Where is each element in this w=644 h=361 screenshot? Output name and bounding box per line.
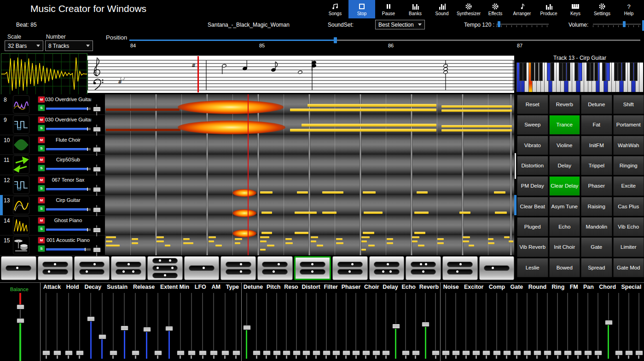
- track-volume-handle[interactable]: [87, 107, 88, 110]
- mixer-fader[interactable]: [311, 292, 321, 361]
- track-volume-slider[interactable]: [46, 128, 91, 130]
- fader-knob[interactable]: [76, 350, 84, 355]
- black-key[interactable]: [594, 63, 598, 81]
- solo-button[interactable]: S: [38, 185, 45, 192]
- preset-button-1[interactable]: [1, 256, 36, 280]
- track-instrument-icon[interactable]: [13, 196, 29, 214]
- midi-note[interactable]: [235, 242, 240, 244]
- fader-knob[interactable]: [87, 316, 95, 321]
- mixer-fader[interactable]: [152, 292, 163, 361]
- midi-note[interactable]: [260, 249, 266, 251]
- midi-note[interactable]: [261, 232, 272, 234]
- midi-note[interactable]: [488, 238, 493, 240]
- fader-knob[interactable]: [99, 334, 106, 339]
- midi-note[interactable]: [260, 191, 273, 194]
- mixer-fader[interactable]: [130, 292, 141, 361]
- track-instrument-icon[interactable]: [13, 236, 29, 254]
- effect-button-vib-echo[interactable]: Vib Echo: [613, 217, 644, 236]
- fader-knob[interactable]: [323, 350, 331, 355]
- midi-note[interactable]: [509, 241, 513, 242]
- track-mini-fader[interactable]: [93, 125, 100, 136]
- black-key[interactable]: [602, 63, 606, 81]
- effect-button-phaser[interactable]: Phaser: [581, 176, 612, 195]
- midi-note[interactable]: [297, 191, 308, 194]
- fader-knob[interactable]: [584, 350, 592, 355]
- mute-button[interactable]: M: [38, 116, 45, 123]
- mixer-fader[interactable]: [542, 292, 552, 361]
- black-key[interactable]: [590, 63, 594, 81]
- mixer-fader[interactable]: [361, 292, 371, 361]
- midi-note[interactable]: [469, 245, 474, 246]
- midi-note[interactable]: [361, 249, 366, 251]
- midi-note[interactable]: [463, 236, 470, 238]
- fader-knob[interactable]: [17, 304, 24, 309]
- fader-knob[interactable]: [221, 350, 229, 355]
- black-key[interactable]: [551, 63, 554, 81]
- midi-note[interactable]: [336, 242, 343, 244]
- mixer-fader[interactable]: [231, 292, 242, 361]
- midi-note[interactable]: [368, 245, 375, 246]
- mixer-fader[interactable]: [261, 292, 272, 361]
- preset-button-14[interactable]: [479, 256, 515, 280]
- effect-button-spread[interactable]: Spread: [581, 258, 612, 277]
- midi-note[interactable]: [215, 245, 222, 246]
- effect-button-portament[interactable]: Portament: [613, 115, 644, 134]
- toolbar-item-pause[interactable]: Pause: [375, 0, 402, 18]
- preset-button-3[interactable]: [74, 256, 110, 280]
- mixer-fader[interactable]: [583, 292, 593, 361]
- mixer-fader[interactable]: [481, 292, 491, 361]
- fader-knob[interactable]: [574, 350, 582, 355]
- solo-button[interactable]: S: [38, 125, 45, 132]
- midi-note[interactable]: [295, 232, 308, 234]
- track-mini-fader[interactable]: [93, 185, 100, 196]
- mixer-fader[interactable]: [272, 292, 282, 361]
- mixer-fader[interactable]: [491, 292, 501, 361]
- effect-button-detune[interactable]: Detune: [581, 95, 612, 114]
- solo-button[interactable]: S: [38, 165, 45, 172]
- mixer-fader[interactable]: [52, 292, 63, 361]
- black-key[interactable]: [579, 63, 582, 81]
- fader-knob[interactable]: [472, 350, 480, 355]
- mixer-fader[interactable]: [401, 292, 411, 361]
- preset-button-5[interactable]: [147, 256, 183, 280]
- mixer-fader[interactable]: [471, 292, 481, 361]
- fader-knob[interactable]: [243, 325, 251, 330]
- track-volume-slider[interactable]: [46, 108, 91, 110]
- midi-note[interactable]: [322, 212, 337, 214]
- mixer-fader[interactable]: [108, 292, 119, 361]
- mixer-fader[interactable]: [281, 292, 291, 361]
- effect-button-gate[interactable]: Gate: [581, 237, 612, 257]
- midi-note[interactable]: [494, 191, 505, 194]
- midi-note[interactable]: [363, 232, 374, 234]
- mute-button[interactable]: M: [38, 137, 45, 143]
- track-mini-fader[interactable]: [93, 165, 100, 176]
- mixer-fader[interactable]: [391, 292, 401, 361]
- track-instrument-icon[interactable]: [13, 216, 29, 235]
- effect-button-vib-reverb[interactable]: Vib Reverb: [517, 237, 548, 257]
- effect-button-init-choir[interactable]: Init Choir: [549, 237, 580, 257]
- fader-knob[interactable]: [53, 350, 61, 355]
- number-dropdown[interactable]: 8 Tracks: [45, 40, 93, 51]
- mixer-fader[interactable]: [430, 292, 441, 361]
- track-volume-slider[interactable]: [46, 168, 91, 170]
- toolbar-item-banks[interactable]: Banks: [402, 0, 429, 18]
- midi-note[interactable]: [441, 125, 512, 127]
- black-key[interactable]: [523, 63, 527, 81]
- midi-note[interactable]: [311, 241, 316, 242]
- fader-knob[interactable]: [402, 350, 410, 355]
- toolbar-item-synthesizer[interactable]: Synthesizer: [455, 0, 482, 18]
- fader-knob[interactable]: [594, 350, 602, 355]
- effect-button-raising[interactable]: Raising: [581, 197, 612, 216]
- midi-note[interactable]: [106, 236, 116, 238]
- midi-note[interactable]: [285, 238, 292, 240]
- black-key[interactable]: [622, 63, 626, 81]
- midi-note[interactable]: [295, 212, 317, 214]
- effect-button-shift[interactable]: Shift: [613, 95, 644, 114]
- mixer-fader[interactable]: [85, 292, 96, 361]
- fader-knob[interactable]: [422, 322, 429, 327]
- fader-knob[interactable]: [42, 350, 50, 355]
- midi-note[interactable]: [157, 236, 164, 238]
- track-instrument-icon[interactable]: [13, 155, 29, 174]
- black-key[interactable]: [614, 63, 618, 81]
- midi-note[interactable]: [412, 236, 419, 238]
